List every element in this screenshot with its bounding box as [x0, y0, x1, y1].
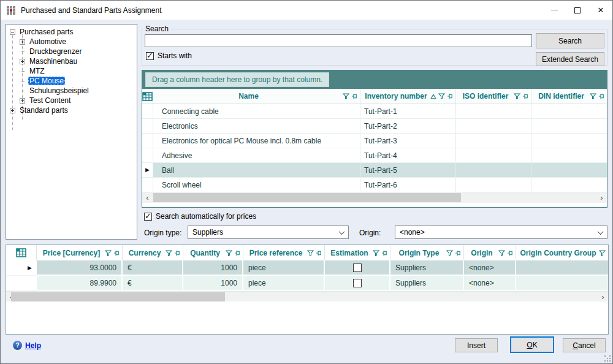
column-header-origin-country-group[interactable]: Origin Country Group — [516, 245, 608, 260]
column-header-name[interactable]: Name — [153, 89, 360, 104]
parts-row-5-selected[interactable]: ▶ Ball Tut-Part-5 — [142, 163, 607, 178]
cell-din[interactable] — [531, 104, 607, 118]
pin-icon[interactable] — [234, 250, 240, 256]
cell-inventory-number[interactable]: Tut-Part-6 — [360, 178, 456, 192]
column-header-din-identifier[interactable]: DIN identifier — [531, 89, 607, 104]
scrollbar-thumb[interactable] — [11, 292, 225, 301]
scroll-right-icon[interactable]: › — [596, 192, 607, 203]
cell-din[interactable] — [531, 148, 607, 162]
starts-with-checkbox[interactable] — [146, 52, 154, 60]
auto-price-option[interactable]: Search automatically for prices — [144, 212, 256, 221]
filter-icon[interactable] — [307, 250, 314, 256]
price-grid-hscrollbar[interactable]: ‹ › — [6, 291, 608, 301]
estimation-checkbox[interactable] — [353, 279, 362, 287]
pin-icon[interactable] — [316, 250, 322, 256]
minimize-button[interactable] — [543, 1, 566, 20]
origin-select[interactable]: <none> — [395, 226, 607, 239]
cell-name[interactable]: Scroll wheel — [153, 178, 360, 192]
column-header-origin-type[interactable]: Origin Type — [390, 245, 464, 260]
scroll-right-icon[interactable]: › — [598, 292, 608, 302]
ok-button[interactable]: OK — [510, 336, 554, 353]
price-row-2[interactable]: 89.9900 € 1000 piece Suppliers <none> — [6, 276, 608, 291]
tree-item-maschinenbau[interactable]: Maschinenbau — [6, 56, 137, 66]
cell-quantity[interactable]: 1000 — [183, 260, 243, 276]
filter-icon[interactable] — [514, 93, 520, 99]
cancel-button[interactable]: Cancel — [563, 338, 606, 352]
filter-icon[interactable] — [446, 250, 453, 256]
pin-icon[interactable] — [598, 93, 604, 99]
filter-icon[interactable] — [226, 250, 232, 256]
column-header-inventory-number[interactable]: Inventory number — [360, 89, 456, 104]
expand-icon[interactable] — [20, 39, 25, 45]
scrollbar-thumb[interactable] — [153, 193, 461, 202]
cell-name[interactable]: Electronics — [153, 119, 360, 133]
column-header-price-currency[interactable]: Price [Currency] — [37, 245, 123, 260]
parts-row-4[interactable]: Adhesive Tut-Part-4 — [142, 148, 607, 163]
cell-estimation[interactable] — [325, 276, 390, 291]
filter-icon[interactable] — [373, 250, 379, 256]
cell-price[interactable]: 93.0000 — [37, 260, 123, 276]
grid-corner-cell[interactable] — [6, 245, 37, 260]
cell-price[interactable]: 89.9900 — [37, 276, 123, 291]
filter-icon[interactable] — [498, 250, 505, 256]
pin-icon[interactable] — [507, 250, 513, 256]
resize-grip[interactable] — [604, 355, 611, 362]
cell-name[interactable]: Ball — [153, 163, 360, 177]
cell-name[interactable]: Connecting cable — [153, 104, 360, 118]
pin-icon[interactable] — [455, 250, 461, 256]
tree-item-automotive[interactable]: Automotive — [6, 37, 137, 47]
tree-item-druckbegrenzer[interactable]: Druckbegrenzer — [6, 47, 137, 56]
cell-origin[interactable]: <none> — [464, 260, 516, 276]
price-row-1-selected[interactable]: ▶ 93.0000 € 1000 piece Suppliers <none> — [6, 260, 608, 276]
expand-icon[interactable] — [20, 59, 25, 64]
cell-din[interactable] — [531, 178, 607, 192]
cell-din[interactable] — [531, 134, 607, 148]
cell-origin-country-group[interactable] — [516, 276, 608, 291]
tree-item-schulungsbeispiel[interactable]: Schulungsbeispiel — [6, 86, 137, 96]
cell-price-reference[interactable]: piece — [243, 276, 325, 291]
filter-icon[interactable] — [343, 93, 349, 99]
pin-icon[interactable] — [174, 250, 180, 256]
filter-icon[interactable] — [599, 250, 606, 256]
cell-iso[interactable] — [456, 134, 531, 148]
parts-row-2[interactable]: Electronics Tut-Part-2 — [142, 119, 607, 134]
search-button[interactable]: Search — [536, 33, 604, 48]
cell-name[interactable]: Adhesive — [153, 148, 360, 162]
tree-item-mtz[interactable]: MTZ — [6, 66, 137, 76]
cell-iso[interactable] — [456, 104, 531, 118]
cell-inventory-number[interactable]: Tut-Part-4 — [360, 148, 456, 162]
sort-ascending-icon[interactable] — [430, 94, 436, 99]
help-link[interactable]: ? Help — [13, 341, 41, 350]
cell-origin[interactable]: <none> — [464, 276, 516, 291]
expand-icon[interactable] — [10, 108, 15, 113]
cell-inventory-number[interactable]: Tut-Part-1 — [360, 104, 456, 118]
column-header-currency[interactable]: Currency — [123, 245, 183, 260]
cell-price-reference[interactable]: piece — [243, 260, 325, 276]
expand-icon[interactable] — [20, 98, 25, 104]
extended-search-button[interactable]: Extended Search — [536, 52, 604, 66]
column-header-price-reference[interactable]: Price reference — [243, 245, 325, 260]
column-header-quantity[interactable]: Quantity — [183, 245, 243, 260]
scroll-left-icon[interactable]: ‹ — [142, 192, 153, 203]
tree-item-pc-mouse[interactable]: PC Mouse — [6, 76, 137, 86]
parts-row-3[interactable]: Electronics for optical PC Mouse incl. 0… — [142, 134, 607, 148]
filter-icon[interactable] — [438, 93, 445, 99]
group-by-band[interactable]: Drag a column header here to group by th… — [142, 70, 607, 89]
tree-item-standard-parts[interactable]: Standard parts — [6, 105, 137, 115]
filter-icon[interactable] — [166, 250, 172, 256]
close-button[interactable]: ✕ — [589, 1, 612, 20]
cell-din[interactable] — [531, 119, 607, 133]
cell-origin-country-group[interactable] — [516, 260, 608, 276]
filter-icon[interactable] — [590, 93, 596, 99]
cell-name[interactable]: Electronics for optical PC Mouse incl. 0… — [153, 134, 360, 148]
auto-price-checkbox[interactable] — [144, 213, 152, 221]
cell-iso[interactable] — [456, 119, 531, 133]
tree-item-purchased-parts[interactable]: Purchased parts — [6, 27, 137, 37]
cell-iso[interactable] — [456, 163, 531, 177]
cell-origin-type[interactable]: Suppliers — [390, 260, 464, 276]
maximize-button[interactable] — [566, 1, 589, 20]
cell-iso[interactable] — [456, 178, 531, 192]
starts-with-option[interactable]: Starts with — [146, 51, 192, 60]
search-input[interactable] — [145, 34, 532, 47]
collapse-icon[interactable] — [10, 29, 15, 35]
